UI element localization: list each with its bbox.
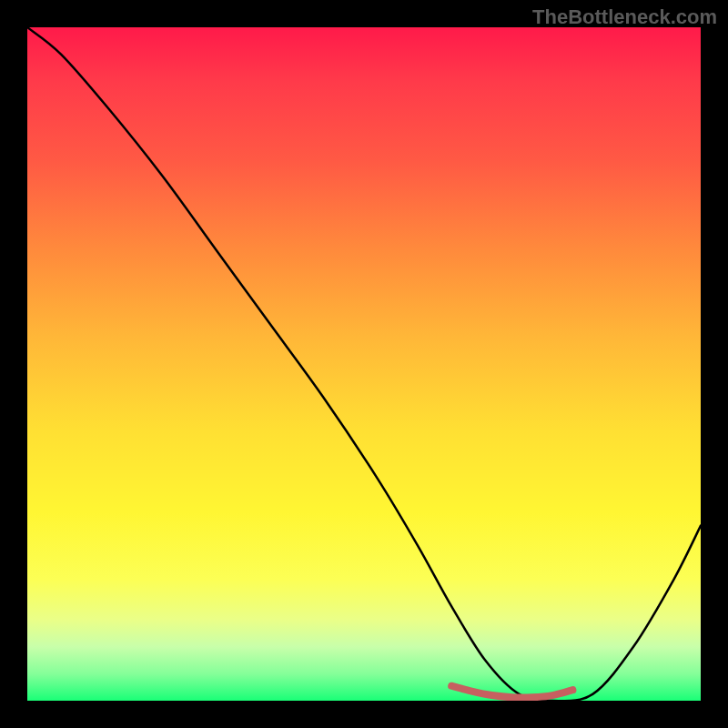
bottleneck-curve-path [27,27,701,701]
chart-svg [27,27,701,701]
chart-plot-area [27,27,701,701]
bottleneck-trough-highlight-path [451,686,572,698]
watermark-text: TheBottleneck.com [532,5,717,29]
